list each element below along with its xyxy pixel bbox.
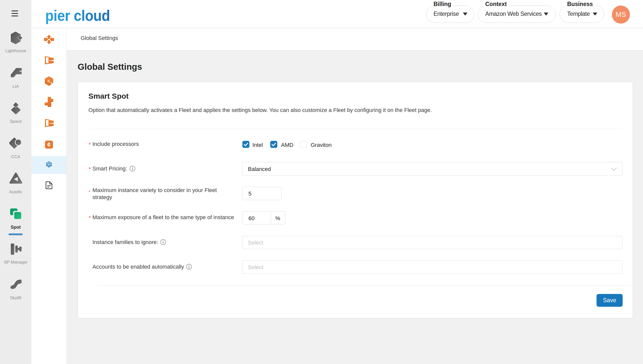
svg-text:K: K	[47, 79, 50, 84]
svg-text:¢: ¢	[47, 141, 50, 148]
